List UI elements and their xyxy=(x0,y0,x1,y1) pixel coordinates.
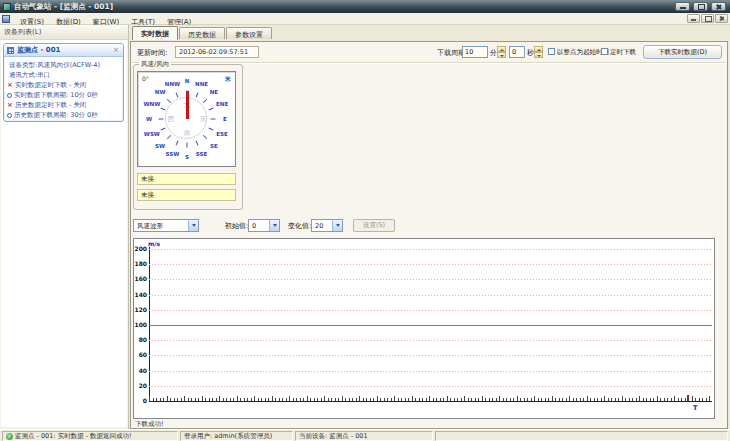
compass-dir-NW: NW xyxy=(155,89,166,95)
mdi-close-button[interactable] xyxy=(715,14,728,23)
chevron-down-icon[interactable] xyxy=(188,220,198,231)
seconds-spinner[interactable] xyxy=(534,46,543,58)
chart-x-tick xyxy=(300,398,301,401)
chart-x-tick xyxy=(622,396,623,401)
chart-x-tick xyxy=(391,398,392,401)
mdi-window-controls xyxy=(687,14,728,23)
tab-params[interactable]: 参数设置 xyxy=(226,27,272,39)
initial-value-select[interactable]: 0 xyxy=(248,219,280,232)
spin-down-icon[interactable] xyxy=(497,52,506,58)
chart-x-tick xyxy=(440,398,441,401)
download-realtime-button[interactable]: 下载实时数据(D) xyxy=(643,45,722,59)
chart-x-tick xyxy=(590,398,591,401)
chart-x-tick xyxy=(188,398,189,401)
minutes-input[interactable]: 10 xyxy=(462,46,488,58)
minimize-button[interactable] xyxy=(675,2,690,11)
chart-x-tick xyxy=(279,398,280,401)
chart-x-tick xyxy=(657,396,658,401)
device-info-line: 历史数据下载周期: 30分 0秒 xyxy=(6,110,121,120)
chart-x-tick xyxy=(380,398,381,401)
mdi-child-icon[interactable] xyxy=(2,15,10,23)
waveform-select[interactable]: 风速波形 xyxy=(133,219,199,232)
chart-x-tick xyxy=(562,398,563,401)
download-status-message: 下载成功! xyxy=(135,420,164,429)
wind-group-title: 风速/风向 xyxy=(139,60,171,69)
chart-plot-area: m/s T 020406080100120140160180200 xyxy=(134,239,714,418)
seconds-input[interactable]: 0 xyxy=(509,46,525,58)
device-info-line: 设备类型:风速风向仪(ACFW-4) xyxy=(6,60,121,70)
chart-x-tick xyxy=(268,398,269,401)
settings-button[interactable]: 设置(S) xyxy=(353,219,395,232)
chart-x-tick xyxy=(580,398,581,401)
chart-x-tick xyxy=(510,398,511,401)
chart-x-tick xyxy=(464,396,465,401)
chart-x-tick xyxy=(566,398,567,401)
delta-value-select[interactable]: 20 xyxy=(311,219,343,232)
chart-x-tick xyxy=(401,398,402,401)
chart-x-tick xyxy=(205,398,206,401)
compass-tick xyxy=(211,119,216,120)
chart-x-tick xyxy=(363,398,364,401)
wind-degree-label: 0° xyxy=(142,75,149,82)
restore-button[interactable] xyxy=(693,2,708,11)
device-card-header[interactable]: 监测点 - 001 xyxy=(4,44,123,57)
chart-x-tick xyxy=(454,398,455,401)
cross-icon: × xyxy=(7,81,13,89)
chart-x-tick xyxy=(608,398,609,401)
chart-x-tick xyxy=(699,398,700,401)
chart-x-tick xyxy=(258,398,259,401)
chart-x-tick xyxy=(436,398,437,401)
compass-dir-W: W xyxy=(146,116,152,122)
scheduled-download-checkbox[interactable] xyxy=(601,48,608,55)
hour-align-checkbox[interactable] xyxy=(548,48,555,55)
chart-x-tick xyxy=(412,396,413,401)
device-info-text: 通讯方式:串口 xyxy=(9,70,50,80)
compass-tick xyxy=(176,141,179,146)
chart-x-tick xyxy=(639,396,640,401)
chart-x-tick xyxy=(191,398,192,401)
chart-x-tick xyxy=(604,396,605,401)
close-button[interactable] xyxy=(711,2,726,11)
status-user-text: 登录用户: admin(系统管理员) xyxy=(184,432,272,440)
chart-x-tick xyxy=(503,398,504,401)
mdi-minimize-button[interactable] xyxy=(687,14,700,23)
chart-x-tick xyxy=(573,398,574,401)
chart-y-tick-label: 140 xyxy=(134,291,147,298)
seconds-unit-label: 秒 xyxy=(527,48,534,58)
spin-down-icon[interactable] xyxy=(534,52,543,58)
tab-history[interactable]: 历史数据 xyxy=(179,27,225,39)
chart-x-tick xyxy=(209,398,210,401)
cross-icon: × xyxy=(7,101,13,109)
compass-cn-west: 西 xyxy=(168,115,175,124)
tab-realtime[interactable]: 实时数据 xyxy=(132,26,178,40)
mdi-restore-button[interactable] xyxy=(701,14,714,23)
chart-x-tick xyxy=(384,398,385,401)
chart-y-tick-label: 160 xyxy=(134,275,147,282)
status-pane-user: 登录用户: admin(系统管理员) xyxy=(180,431,293,441)
chart-x-tick xyxy=(254,396,255,401)
chart-x-tick xyxy=(625,398,626,401)
compass-dir-NNE: NNE xyxy=(195,81,208,87)
chart-x-tick xyxy=(471,398,472,401)
device-info-line: 实时数据下载周期: 10分 0秒 xyxy=(6,90,121,100)
chart-x-tick xyxy=(520,398,521,401)
chart-x-tick xyxy=(422,398,423,401)
chart-x-tick xyxy=(615,398,616,401)
collapse-icon[interactable] xyxy=(112,46,120,54)
chart-x-tick xyxy=(167,396,168,401)
chart-x-tick xyxy=(170,398,171,401)
status-device-text: 当前设备: 监测点 - 001 xyxy=(299,432,368,440)
compass-dir-NE: NE xyxy=(210,89,218,95)
compass-dir-NNW: NNW xyxy=(165,81,180,87)
chart-gridline xyxy=(149,264,712,265)
chart-x-tick xyxy=(275,398,276,401)
chart-y-axis-unit: m/s xyxy=(148,240,160,247)
chart-x-tick xyxy=(296,398,297,401)
chart-x-tick xyxy=(499,396,500,401)
chart-x-tick xyxy=(475,398,476,401)
chevron-down-icon[interactable] xyxy=(269,220,279,231)
compass-tick xyxy=(187,143,188,148)
chevron-down-icon[interactable] xyxy=(332,220,342,231)
minutes-spinner[interactable] xyxy=(497,46,506,58)
chart-gridline xyxy=(149,310,712,311)
